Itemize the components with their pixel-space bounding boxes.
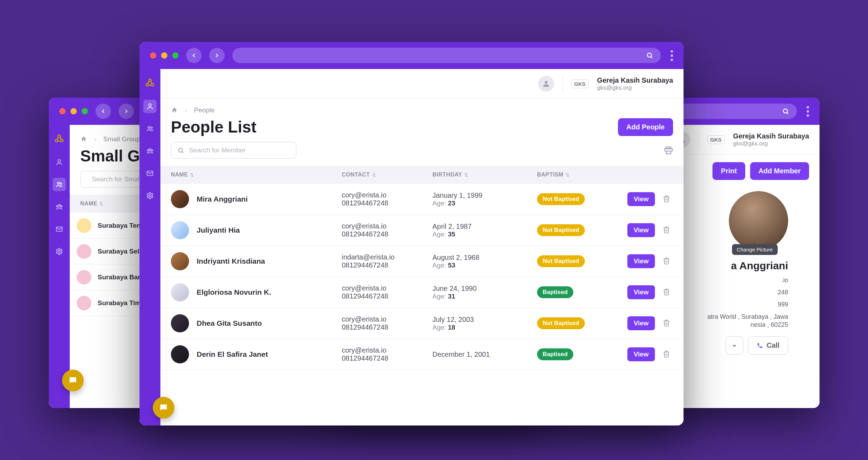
- person-email: indarta@erista.io: [342, 253, 432, 261]
- profile-phone-fragment: 248: [778, 289, 788, 296]
- org-name: Gereja Kasih Surabaya: [597, 76, 673, 84]
- table-row: Juliyanti Hiacory@erista.io081294467248A…: [160, 215, 684, 246]
- view-button[interactable]: View: [627, 223, 655, 237]
- delete-icon[interactable]: [660, 192, 673, 205]
- nav-community-icon[interactable]: [143, 144, 157, 158]
- nav-forward-button[interactable]: [119, 104, 134, 119]
- change-picture-button[interactable]: Change Picture: [732, 244, 778, 255]
- baptism-badge: Baptised: [537, 348, 573, 360]
- person-phone: 081294467248: [342, 354, 432, 362]
- add-member-button[interactable]: Add Member: [750, 162, 809, 180]
- column-name[interactable]: NAME: [80, 201, 97, 206]
- nav-person-icon[interactable]: [143, 100, 157, 113]
- dropdown-button[interactable]: [726, 336, 743, 355]
- view-button[interactable]: View: [627, 254, 655, 268]
- view-button[interactable]: View: [627, 285, 655, 299]
- chat-bubble-button[interactable]: [62, 370, 84, 391]
- profile-address-line2: nesia , 60225: [750, 321, 788, 329]
- user-avatar-icon[interactable]: [538, 76, 554, 92]
- nav-community-icon[interactable]: [53, 200, 66, 213]
- svg-point-28: [151, 150, 153, 151]
- phone-icon: [757, 342, 763, 349]
- person-avatar: [171, 283, 189, 301]
- nav-person-icon[interactable]: [53, 156, 66, 169]
- home-icon[interactable]: [171, 107, 178, 114]
- call-button-label: Call: [767, 341, 779, 349]
- print-button[interactable]: Print: [712, 162, 745, 180]
- person-phone: 081294467248: [342, 292, 432, 300]
- side-rail: [139, 69, 160, 425]
- foreground-window-people: GKS Gereja Kasih Surabaya gks@gks.org › …: [139, 42, 684, 425]
- chevron-right-icon: ›: [94, 135, 96, 143]
- baptism-badge: Not Baptised: [537, 255, 585, 267]
- baptism-badge: Not Baptised: [537, 224, 585, 236]
- delete-icon[interactable]: [660, 285, 673, 299]
- column-birthday[interactable]: BIRTHDAY: [432, 172, 462, 178]
- url-bar[interactable]: [232, 48, 661, 63]
- app-topbar: GKS Gereja Kasih Surabaya gks@gks.org: [160, 69, 684, 99]
- home-icon[interactable]: [80, 136, 87, 143]
- nav-mail-icon[interactable]: [143, 167, 157, 180]
- delete-icon[interactable]: [660, 254, 673, 267]
- delete-icon[interactable]: [660, 316, 673, 330]
- group-avatar-icon: [77, 244, 91, 259]
- app-logo-icon: [52, 131, 67, 146]
- nav-mail-icon[interactable]: [53, 223, 66, 236]
- group-avatar-icon: [77, 296, 91, 310]
- column-contact[interactable]: CONTACT: [342, 172, 370, 178]
- person-birthday: August 2, 1968: [432, 254, 537, 262]
- search-input[interactable]: [189, 146, 290, 154]
- view-button[interactable]: View: [627, 347, 655, 361]
- person-birthday: January 1, 1999: [432, 191, 537, 199]
- window-max-dot[interactable]: [82, 108, 88, 114]
- people-table: NAME⇅ CONTACT⇅ BIRTHDAY⇅ BAPTISM⇅ Mira A…: [160, 166, 684, 370]
- nav-back-button[interactable]: [186, 48, 202, 63]
- nav-forward-button[interactable]: [209, 48, 225, 63]
- person-name: Dhea Gita Susanto: [197, 319, 262, 327]
- window-max-dot[interactable]: [172, 52, 179, 59]
- profile-year-fragment: 999: [778, 301, 788, 308]
- browser-menu-button[interactable]: [807, 106, 809, 117]
- group-avatar-icon: [77, 270, 91, 285]
- window-min-dot[interactable]: [70, 108, 77, 114]
- person-email: cory@erista.io: [342, 284, 432, 292]
- svg-point-15: [783, 109, 787, 113]
- org-name: Gereja Kasih Surabaya: [733, 132, 809, 140]
- nav-settings-icon[interactable]: [53, 245, 66, 258]
- column-baptism[interactable]: BAPTISM: [537, 172, 564, 178]
- person-avatar: [171, 190, 189, 208]
- add-people-button[interactable]: Add People: [618, 118, 673, 136]
- baptism-badge: Not Baptised: [537, 193, 585, 205]
- print-icon[interactable]: [664, 146, 673, 155]
- svg-point-26: [149, 149, 151, 150]
- delete-icon[interactable]: [660, 347, 673, 361]
- nav-back-button[interactable]: [96, 104, 111, 119]
- view-button[interactable]: View: [627, 192, 655, 206]
- browser-menu-button[interactable]: [671, 50, 673, 61]
- person-name: Mira Anggriani: [197, 195, 248, 203]
- window-min-dot[interactable]: [161, 52, 167, 59]
- nav-settings-icon[interactable]: [143, 189, 157, 202]
- view-button[interactable]: View: [627, 316, 655, 330]
- org-chip: GKS: [707, 135, 725, 144]
- search-icon: [178, 147, 184, 154]
- sort-icon: ⇅: [372, 172, 376, 178]
- nav-group-icon[interactable]: [53, 178, 66, 191]
- svg-point-32: [179, 148, 182, 152]
- person-phone: 081294467248: [342, 323, 432, 331]
- svg-point-12: [58, 250, 60, 252]
- profile-name: a Anggriani: [731, 260, 788, 272]
- sort-icon: ⇅: [566, 172, 570, 178]
- nav-group-icon[interactable]: [143, 122, 157, 135]
- window-close-dot[interactable]: [150, 52, 156, 59]
- column-name[interactable]: NAME: [171, 172, 188, 178]
- call-button[interactable]: Call: [748, 336, 788, 355]
- person-birthday: April 2, 1987: [432, 223, 537, 231]
- breadcrumb: › People: [160, 99, 684, 116]
- delete-icon[interactable]: [660, 223, 673, 236]
- chat-bubble-button[interactable]: [153, 397, 174, 418]
- profile-picture: [729, 191, 788, 250]
- person-email: cory@erista.io: [342, 346, 432, 354]
- window-close-dot[interactable]: [59, 108, 66, 114]
- table-row: Derin El Safira Janetcory@erista.io08129…: [160, 339, 684, 370]
